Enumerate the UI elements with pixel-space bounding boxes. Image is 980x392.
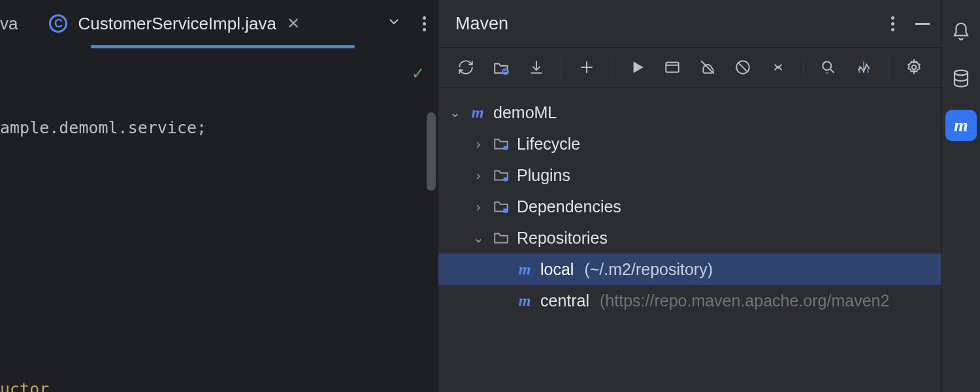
run-icon[interactable]	[623, 53, 651, 82]
svg-point-6	[503, 177, 508, 182]
tree-label: Dependencies	[517, 197, 621, 216]
folder-gear-icon	[492, 167, 510, 184]
chevron-right-icon[interactable]: ›	[471, 199, 485, 214]
tree-node-plugins[interactable]: › Plugins	[438, 159, 941, 191]
maven-button[interactable]: m	[945, 110, 977, 141]
right-tool-strip: m	[941, 0, 980, 392]
tree-detail: (~/.m2/repository)	[584, 260, 713, 279]
scrollbar-thumb[interactable]	[427, 112, 436, 191]
separator	[612, 57, 612, 78]
code-editor[interactable]: ✓ ample.demoml.service; uctor ustomerSer…	[0, 47, 438, 392]
separator	[561, 57, 562, 78]
tab-kebab-menu[interactable]	[423, 16, 426, 31]
code-text: uctor	[0, 380, 49, 392]
minimize-button[interactable]	[915, 23, 930, 25]
svg-rect-1	[666, 62, 679, 72]
tree-node-central-repo[interactable]: m central (https://repo.maven.apache.org…	[438, 285, 941, 316]
chevron-right-icon[interactable]: ›	[471, 137, 485, 152]
notifications-button[interactable]	[945, 16, 977, 47]
maven-title: Maven	[455, 14, 508, 34]
skip-tests-icon[interactable]	[728, 53, 757, 82]
editor-pane: va C CustomerServiceImpl.java ✕ ✓ ample.…	[0, 0, 438, 392]
editor-tabs: va C CustomerServiceImpl.java ✕	[0, 0, 438, 47]
tree-node-lifecycle[interactable]: › Lifecycle	[438, 128, 941, 159]
code-text: ample.demoml.service	[0, 118, 197, 137]
find-icon[interactable]	[814, 53, 843, 82]
svg-point-3	[823, 61, 831, 70]
editor-scrollbar[interactable]	[423, 47, 438, 392]
separator	[803, 57, 804, 78]
tab-label: va	[0, 14, 18, 34]
maven-tool-window: Maven ⌄ m	[438, 0, 941, 392]
execute-icon[interactable]	[658, 53, 687, 82]
settings-icon[interactable]	[900, 53, 928, 82]
tree-label: central	[540, 291, 589, 310]
folder-icon	[492, 229, 510, 246]
inspection-ok-icon[interactable]: ✓	[412, 59, 423, 88]
maven-header: Maven	[438, 0, 941, 47]
svg-point-4	[912, 65, 917, 70]
code-text: ;	[197, 118, 206, 137]
chevron-right-icon[interactable]: ›	[471, 168, 485, 183]
reload-icon[interactable]	[451, 53, 480, 82]
tabs-actions	[386, 14, 438, 33]
tree-node-root[interactable]: ⌄ m demoML	[438, 97, 941, 128]
tree-label: Repositories	[517, 229, 608, 248]
tree-label: local	[540, 260, 574, 279]
close-tab-icon[interactable]: ✕	[287, 14, 300, 33]
class-icon: C	[49, 14, 67, 33]
chevron-down-icon[interactable]: ⌄	[448, 105, 462, 120]
show-diagram-icon[interactable]	[849, 53, 878, 82]
chevron-down-icon[interactable]	[386, 14, 402, 33]
folder-dependencies-icon	[492, 198, 510, 215]
svg-rect-7	[503, 208, 508, 213]
add-icon[interactable]	[572, 53, 601, 82]
folder-gear-icon	[492, 135, 510, 152]
maven-repo-icon: m	[515, 261, 534, 278]
maven-module-icon: m	[468, 104, 487, 122]
tree-node-repositories[interactable]: ⌄ Repositories	[438, 222, 941, 253]
maven-repo-icon: m	[515, 292, 534, 310]
tree-detail: (https://repo.maven.apache.org/maven2	[600, 291, 889, 310]
download-icon[interactable]	[522, 53, 551, 82]
maven-toolbar	[438, 47, 941, 88]
tree-node-dependencies[interactable]: › Dependencies	[438, 191, 941, 222]
maven-tree: ⌄ m demoML › Lifecycle › Plugins › Depen…	[438, 88, 941, 392]
database-button[interactable]	[945, 63, 977, 94]
svg-point-5	[503, 146, 508, 150]
tree-node-local-repo[interactable]: m local (~/.m2/repository)	[438, 253, 941, 285]
separator	[889, 57, 889, 78]
editor-tab-partial[interactable]: va	[0, 0, 33, 47]
tab-label: CustomerServiceImpl.java	[78, 14, 276, 34]
offline-icon[interactable]	[693, 53, 722, 82]
chevron-down-icon[interactable]: ⌄	[471, 230, 485, 246]
editor-tab-customerserviceimpl[interactable]: C CustomerServiceImpl.java ✕	[33, 0, 315, 47]
ide-root: va C CustomerServiceImpl.java ✕ ✓ ample.…	[0, 0, 980, 392]
tree-label: Plugins	[517, 166, 570, 185]
svg-point-8	[955, 71, 968, 76]
reload-folder-icon[interactable]	[487, 53, 515, 82]
tree-label: Lifecycle	[517, 135, 580, 154]
collapse-icon[interactable]	[764, 53, 792, 82]
maven-options-menu[interactable]	[891, 16, 894, 31]
tree-label: demoML	[493, 103, 557, 122]
